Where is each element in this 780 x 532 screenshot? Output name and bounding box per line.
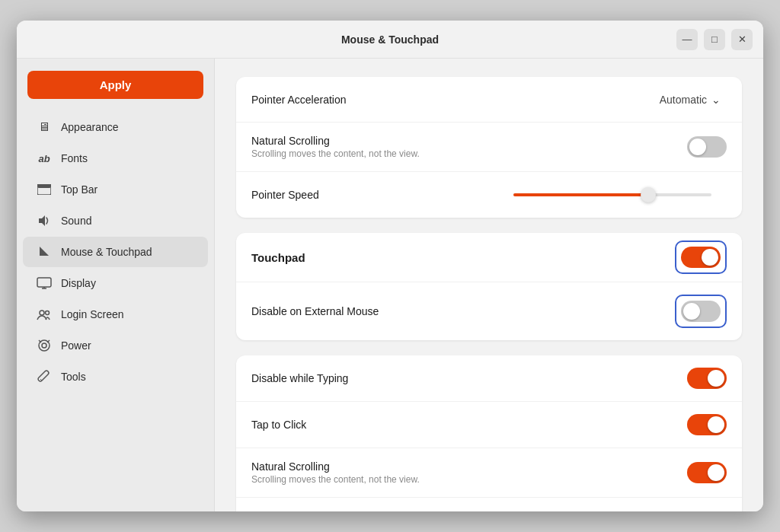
close-button[interactable]: ✕ — [731, 29, 753, 50]
pointer-acceleration-label: Pointer Acceleration — [251, 94, 347, 106]
tap-to-click-toggle[interactable] — [687, 414, 727, 435]
tap-to-click-label: Tap to Click — [251, 419, 306, 431]
topbar-icon — [37, 182, 52, 197]
apply-button[interactable]: Apply — [27, 71, 203, 99]
sidebar-item-sound[interactable]: Sound — [23, 205, 208, 236]
sidebar-item-fonts[interactable]: ab Fonts — [23, 143, 208, 174]
display-icon — [37, 276, 52, 291]
sidebar-label-sound: Sound — [61, 215, 91, 227]
sidebar-label-fonts: Fonts — [61, 152, 88, 164]
disable-typing-label: Disable while Typing — [251, 372, 348, 384]
tools-icon — [37, 369, 52, 384]
natural-scrolling-mouse-label: Natural Scrolling — [251, 135, 420, 147]
two-finger-scrolling-label: Two-finger Scrolling — [251, 510, 388, 511]
natural-scrolling-mouse-row: Natural Scrolling Scrolling moves the co… — [236, 123, 742, 172]
sidebar-label-power: Power — [61, 339, 91, 352]
main-window: Mouse & Touchpad — □ ✕ Apply 🖥 Appearanc… — [17, 21, 763, 511]
pointer-acceleration-value: Automatic — [660, 94, 707, 106]
svg-point-9 — [42, 343, 46, 348]
natural-scrolling-touchpad-label: Natural Scrolling — [251, 460, 420, 473]
disable-external-toggle[interactable] — [681, 301, 721, 322]
content-area: Pointer Acceleration Automatic ⌄ Natural… — [215, 59, 763, 511]
sidebar-item-tools[interactable]: Tools — [23, 362, 208, 392]
pointer-speed-slider-container — [513, 193, 727, 196]
natural-scrolling-touchpad-knob — [708, 464, 724, 481]
pointer-acceleration-row: Pointer Acceleration Automatic ⌄ — [236, 77, 742, 123]
svg-line-10 — [47, 340, 50, 342]
touchpad-header-card: Touchpad Disable on External Mouse — [236, 233, 742, 340]
disable-typing-knob — [708, 370, 724, 387]
disable-external-row: Disable on External Mouse — [236, 282, 742, 340]
sidebar: Apply 🖥 Appearance ab Fonts Top Bar — [17, 59, 215, 511]
natural-scrolling-mouse-toggle[interactable] — [687, 136, 727, 158]
touchpad-toggle-box — [675, 241, 727, 274]
disable-typing-toggle[interactable] — [687, 368, 727, 389]
disable-external-knob — [683, 303, 700, 320]
disable-typing-row: Disable while Typing — [236, 355, 742, 402]
svg-point-6 — [40, 311, 44, 315]
touchpad-enable-toggle[interactable] — [681, 247, 721, 268]
sidebar-label-mouse: Mouse & Touchpad — [61, 246, 152, 258]
svg-rect-1 — [37, 184, 51, 188]
svg-point-7 — [46, 311, 50, 315]
sidebar-label-topbar: Top Bar — [61, 183, 98, 196]
two-finger-scrolling-row: Two-finger Scrolling Scroll by swiping w… — [236, 498, 742, 511]
sidebar-label-login: Login Screen — [61, 308, 124, 320]
appearance-icon: 🖥 — [37, 119, 52, 135]
pointer-acceleration-dropdown[interactable]: Automatic ⌄ — [654, 91, 727, 109]
sidebar-label-tools: Tools — [61, 371, 86, 383]
tap-to-click-knob — [708, 416, 724, 433]
natural-scrolling-touchpad-toggle[interactable] — [687, 462, 727, 483]
svg-line-12 — [40, 379, 42, 381]
titlebar: Mouse & Touchpad — □ ✕ — [17, 21, 763, 59]
natural-scrolling-mouse-sublabel: Scrolling moves the content, not the vie… — [251, 148, 420, 159]
sound-icon — [37, 213, 52, 228]
window-title: Mouse & Touchpad — [341, 33, 439, 46]
svg-marker-2 — [39, 215, 45, 226]
sidebar-item-mouse[interactable]: Mouse & Touchpad — [23, 237, 208, 267]
pointer-speed-slider-fill — [513, 193, 648, 196]
svg-rect-3 — [37, 278, 51, 287]
svg-line-11 — [39, 340, 41, 342]
natural-scrolling-touchpad-row: Natural Scrolling Scrolling moves the co… — [236, 448, 742, 498]
tap-to-click-row: Tap to Click — [236, 402, 742, 448]
minimize-button[interactable]: — — [676, 29, 698, 50]
touchpad-section-label: Touchpad — [251, 251, 305, 264]
touchpad-section: Touchpad Disable on External Mouse — [236, 233, 742, 511]
sidebar-label-display: Display — [61, 277, 96, 289]
natural-scrolling-mouse-knob — [689, 139, 706, 155]
dropdown-arrow-icon: ⌄ — [711, 94, 721, 106]
touchpad-header-row: Touchpad — [236, 233, 742, 282]
power-icon — [37, 338, 52, 353]
maximize-button[interactable]: □ — [704, 29, 725, 50]
touchpad-options-card: Disable while Typing Tap to Click — [236, 355, 742, 511]
mouse-settings-card: Pointer Acceleration Automatic ⌄ Natural… — [236, 77, 742, 218]
sidebar-item-power[interactable]: Power — [23, 330, 208, 361]
mouse-icon — [37, 244, 52, 260]
sidebar-item-login[interactable]: Login Screen — [23, 299, 208, 330]
disable-external-toggle-box — [675, 295, 727, 328]
main-layout: Apply 🖥 Appearance ab Fonts Top Bar — [17, 59, 763, 511]
pointer-speed-slider-thumb[interactable] — [641, 187, 656, 202]
pointer-speed-row: Pointer Speed — [236, 172, 742, 218]
touchpad-enable-knob — [702, 249, 718, 266]
fonts-icon: ab — [37, 151, 52, 166]
pointer-speed-label: Pointer Speed — [251, 189, 319, 201]
sidebar-item-appearance[interactable]: 🖥 Appearance — [23, 112, 208, 142]
sidebar-item-topbar[interactable]: Top Bar — [23, 174, 208, 205]
pointer-speed-slider-track[interactable] — [513, 193, 711, 196]
sidebar-label-appearance: Appearance — [61, 121, 119, 133]
window-controls: — □ ✕ — [676, 29, 753, 50]
login-icon — [37, 307, 52, 322]
sidebar-item-display[interactable]: Display — [23, 268, 208, 298]
disable-external-label: Disable on External Mouse — [251, 305, 379, 317]
natural-scrolling-touchpad-sublabel: Scrolling moves the content, not the vie… — [251, 474, 420, 485]
